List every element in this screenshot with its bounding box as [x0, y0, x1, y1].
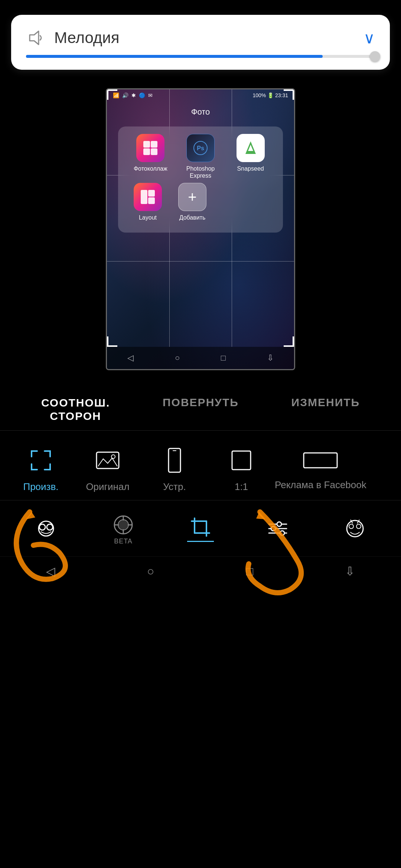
toolbar-btn-crop[interactable]: [187, 515, 214, 542]
svg-rect-2: [151, 141, 157, 148]
bottom-toolbar: BETA: [0, 500, 401, 556]
tab-adjust[interactable]: ИЗМЕНИТЬ: [291, 396, 360, 423]
aspect-device[interactable]: Устр.: [141, 445, 208, 493]
svg-rect-17: [304, 453, 337, 468]
aspect-options: Произв. Оригинал Устр.: [0, 431, 401, 500]
phone-screenshot-wrapper: 📶 🔊 ✱ 🔵 ✉ 100% 🔋 23:31 Фото: [0, 81, 401, 385]
svg-text:Ps: Ps: [197, 145, 204, 151]
share-row-1: Фотоколлаж Ps Photoshop Express: [125, 134, 276, 179]
aspect-free[interactable]: Произв.: [7, 445, 74, 493]
tab-ratio[interactable]: СООТНОШ.СТОРОН: [41, 396, 110, 423]
phone-nav-bar: ◁ ○ □ ⇩: [107, 347, 294, 369]
system-nav: ◁ ○ □ ⇩: [0, 556, 401, 589]
svg-rect-14: [169, 448, 180, 472]
snapseed-icon: [237, 134, 265, 162]
aspect-original-icon: [93, 445, 123, 475]
toolbar-btn-looks[interactable]: [33, 515, 59, 542]
aspect-square-icon: [226, 445, 256, 475]
fotokollazh-icon: [136, 134, 164, 162]
aspect-free-icon: [26, 445, 56, 475]
sys-nav-home-icon[interactable]: ○: [147, 565, 154, 578]
svg-marker-0: [30, 31, 39, 45]
photoshop-icon: Ps: [186, 134, 215, 162]
aspect-original-label: Оригинал: [86, 481, 129, 493]
progress-bar-fill: [26, 55, 323, 58]
notification-left: Мелодия: [26, 28, 120, 47]
aspect-device-icon: [160, 445, 189, 475]
toolbar-btn-blemish[interactable]: [342, 515, 368, 542]
sys-nav-down-icon[interactable]: ⇩: [345, 564, 355, 578]
svg-point-20: [47, 524, 53, 530]
svg-point-34: [277, 522, 281, 526]
svg-point-35: [271, 526, 276, 531]
crop-handle-tr[interactable]: [284, 89, 294, 100]
aspect-free-label: Произв.: [23, 481, 58, 493]
svg-rect-16: [232, 451, 251, 470]
chevron-down-icon[interactable]: ∨: [363, 29, 375, 47]
tab-rotate[interactable]: ПОВЕРНУТЬ: [163, 396, 239, 423]
aspect-fb-ad[interactable]: Реклама в Facebook: [275, 447, 366, 491]
speaker-icon: [26, 28, 45, 47]
svg-point-36: [280, 531, 284, 535]
adjustments-icon: [264, 515, 291, 542]
looks-icon: [33, 515, 59, 542]
crop-handle-tl[interactable]: [107, 89, 117, 100]
aspect-square-label: 1:1: [235, 481, 248, 493]
svg-rect-4: [151, 148, 157, 155]
crop-handle-br[interactable]: [284, 336, 294, 347]
nav-back-icon[interactable]: ◁: [127, 353, 134, 363]
progress-thumb: [370, 51, 380, 62]
notification-title: Мелодия: [54, 29, 120, 47]
aspect-original[interactable]: Оригинал: [74, 445, 141, 493]
phone-screenshot: 📶 🔊 ✱ 🔵 ✉ 100% 🔋 23:31 Фото: [106, 88, 295, 370]
beta-badge: BETA: [114, 537, 133, 545]
nav-recent-icon[interactable]: □: [221, 353, 226, 363]
layout-icon: [134, 183, 162, 211]
crop-handle-bl[interactable]: [107, 336, 117, 347]
snapseed-label: Snapseed: [237, 165, 264, 172]
aspect-fb-icon: [302, 447, 339, 473]
share-item-fotokollazh[interactable]: Фотоколлаж: [132, 134, 169, 179]
sys-nav-recent-icon[interactable]: □: [246, 565, 253, 578]
crop-icon: [187, 515, 214, 542]
svg-point-13: [111, 455, 115, 458]
svg-rect-10: [148, 190, 155, 197]
aspect-device-label: Устр.: [163, 481, 186, 493]
share-item-snapseed[interactable]: Snapseed: [232, 134, 269, 179]
svg-point-22: [118, 520, 128, 530]
aspect-square[interactable]: 1:1: [208, 445, 275, 493]
toolbar-btn-healing[interactable]: BETA: [110, 512, 137, 545]
share-item-photoshop[interactable]: Ps Photoshop Express: [182, 134, 219, 179]
share-row-2: Layout + Добавить: [125, 183, 276, 221]
svg-rect-11: [148, 197, 155, 204]
photoshop-label: Photoshop Express: [186, 165, 215, 179]
svg-rect-1: [143, 141, 150, 148]
layout-label: Layout: [139, 214, 157, 221]
svg-rect-9: [141, 190, 147, 204]
fotokollazh-label: Фотоколлаж: [134, 165, 167, 172]
blemish-icon: [342, 515, 368, 542]
aspect-fb-label: Реклама в Facebook: [275, 479, 366, 491]
sys-nav-back-icon[interactable]: ◁: [46, 564, 55, 578]
progress-bar[interactable]: [26, 55, 375, 58]
svg-rect-12: [97, 452, 119, 468]
nav-home-icon[interactable]: ○: [175, 353, 180, 363]
add-icon: +: [178, 183, 206, 211]
svg-rect-3: [143, 148, 150, 155]
foto-label: Фото: [107, 107, 294, 117]
notification-top: Мелодия ∨: [26, 28, 375, 47]
svg-point-19: [39, 524, 45, 530]
editor-bottom: СООТНОШ.СТОРОН ПОВЕРНУТЬ ИЗМЕНИТЬ Произв…: [0, 385, 401, 556]
toolbar-btn-adjustments[interactable]: [264, 515, 291, 542]
notification-card: Мелодия ∨: [11, 15, 390, 70]
svg-point-39: [356, 524, 361, 529]
svg-point-38: [349, 524, 353, 529]
add-label: Добавить: [179, 214, 206, 221]
share-item-layout[interactable]: Layout: [129, 183, 166, 221]
share-sheet: Фотоколлаж Ps Photoshop Express: [118, 126, 283, 233]
phone-status-bar: 📶 🔊 ✱ 🔵 ✉ 100% 🔋 23:31: [107, 89, 294, 101]
share-item-add[interactable]: + Добавить: [174, 183, 211, 221]
tool-tabs: СООТНОШ.СТОРОН ПОВЕРНУТЬ ИЗМЕНИТЬ: [0, 385, 401, 431]
nav-down-icon[interactable]: ⇩: [267, 353, 274, 363]
healing-icon: [110, 512, 137, 538]
